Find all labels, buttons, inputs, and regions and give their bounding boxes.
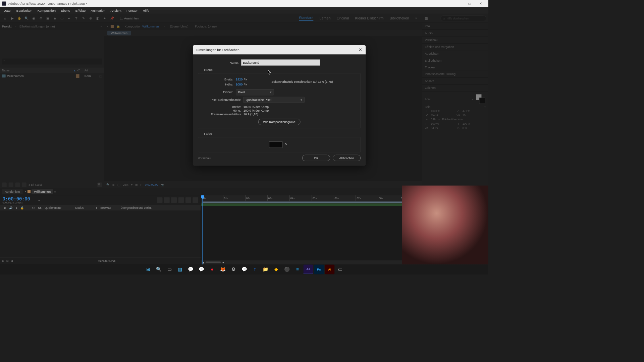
chevron-down-icon: ▾ xyxy=(270,90,272,94)
height-value[interactable]: 1080 xyxy=(236,82,243,86)
color-group-label: Farbe xyxy=(198,131,361,136)
modal-overlay: Einstellungen für Farbflächen ✕ Name: Gr… xyxy=(0,0,488,275)
mouse-cursor xyxy=(268,70,272,75)
par-select[interactable]: Quadratische Pixel▾ xyxy=(244,97,305,103)
cancel-button[interactable]: Abbrechen xyxy=(333,155,361,161)
close-icon[interactable]: ✕ xyxy=(359,47,362,53)
color-swatch[interactable] xyxy=(269,141,282,148)
name-label: Name: xyxy=(198,61,241,64)
dialog-title: Einstellungen für Farbflächen xyxy=(196,48,239,52)
unit-select[interactable]: Pixel▾ xyxy=(236,89,274,95)
lock-aspect-label: Seitenverhältnis einschränken auf 16:9 (… xyxy=(271,80,333,84)
width-label: Breite: xyxy=(200,77,236,81)
preview-label: Vorschau xyxy=(198,156,211,160)
ok-button[interactable]: OK xyxy=(302,155,330,161)
make-comp-size-button[interactable]: Wie Kompositionsgröße xyxy=(258,119,300,125)
solid-settings-dialog: Einstellungen für Farbflächen ✕ Name: Gr… xyxy=(193,45,366,166)
unit-label: Einheit: xyxy=(200,90,236,94)
height-label: Höhe: xyxy=(200,82,236,86)
width-value[interactable]: 1920 xyxy=(236,77,243,81)
name-input[interactable] xyxy=(241,59,320,65)
par-label: Pixel-Seitenverhältnis: xyxy=(200,98,244,102)
eyedropper-icon[interactable]: ✎ xyxy=(285,142,289,147)
chevron-down-icon: ▾ xyxy=(301,98,302,102)
size-group-label: Größe xyxy=(198,67,361,72)
